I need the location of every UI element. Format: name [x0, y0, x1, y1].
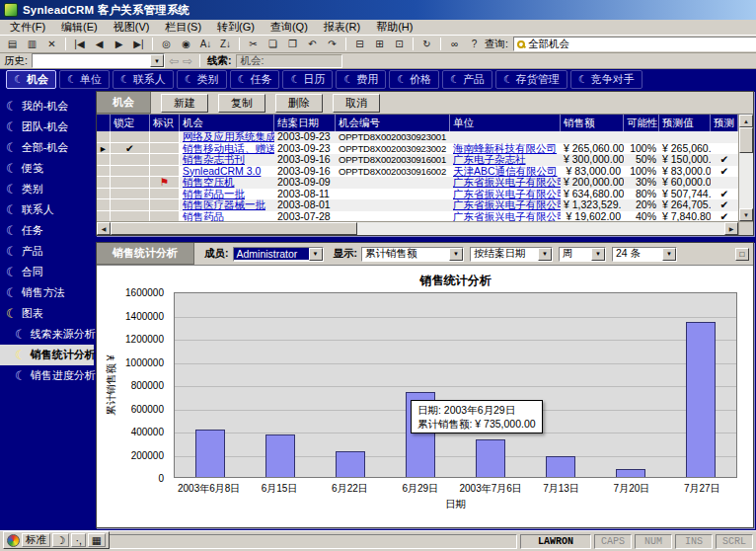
bar[interactable] — [616, 469, 645, 477]
new-button[interactable]: 新建 — [161, 94, 208, 113]
bar[interactable] — [476, 439, 505, 477]
cell-subject[interactable]: 销售杂志书刊 — [180, 154, 274, 166]
last-record-button[interactable]: ▶| — [129, 37, 148, 52]
tab-8[interactable]: ☾产品 — [442, 70, 492, 89]
column-header-9[interactable]: 预测值 — [659, 115, 711, 131]
sidebar-item-5[interactable]: ☾联系人 — [0, 199, 94, 220]
ime-punctuation-button[interactable]: ·, — [71, 533, 85, 547]
grid-horizontal-scrollbar[interactable]: ◀ ▶ — [97, 221, 753, 235]
sidebar-item-9[interactable]: ☾销售方法 — [0, 282, 94, 303]
bar[interactable] — [336, 451, 365, 477]
bar[interactable] — [265, 434, 295, 477]
help-pointer-button[interactable]: ? — [465, 37, 484, 52]
scroll-left-button[interactable]: ◀ — [97, 222, 111, 235]
cell-account[interactable]: 天津ABC通信有限公司 — [450, 166, 561, 178]
tab-10[interactable]: ☾竞争对手 — [570, 70, 643, 89]
tab-5[interactable]: ☾日历 — [282, 70, 333, 89]
cell-subject[interactable]: 销售移动电话、赠送 — [180, 143, 274, 155]
display-dropdown-button[interactable]: ▼ — [449, 248, 463, 261]
menu-item-1[interactable]: 编辑(E) — [53, 20, 106, 35]
menu-item-0[interactable]: 文件(F) — [2, 20, 53, 35]
tab-3[interactable]: ☾类别 — [177, 70, 227, 89]
horizontal-scroll-track[interactable] — [111, 222, 724, 235]
paste-button[interactable]: ❐ — [283, 37, 302, 52]
column-header-2[interactable]: 标识 — [150, 115, 180, 131]
sidebar-item-12[interactable]: ☾销售统计分析 — [0, 345, 94, 365]
delete-button[interactable]: 删除 — [275, 94, 323, 113]
bar[interactable] — [686, 322, 716, 477]
cancel-button[interactable]: 取消 — [333, 94, 380, 113]
history-back-button[interactable]: ⇦ — [169, 55, 179, 67]
export-button[interactable]: ⊞ — [370, 37, 389, 52]
sidebar-item-0[interactable]: ☾我的-机会 — [0, 96, 94, 117]
cell-subject[interactable]: 网络及应用系统集成 — [180, 131, 274, 143]
new-record-button[interactable]: ▤ — [3, 37, 22, 52]
column-header-10[interactable]: 预测 — [711, 115, 738, 131]
grid-row[interactable]: 销售杂志书刊2003-09-16OPPTD8X0020030916001广东电子… — [97, 154, 738, 166]
grid-row[interactable]: 销售药品2003-07-28广东省振兴电子有限公司¥ 19,602.0040%¥… — [97, 211, 738, 222]
tab-7[interactable]: ☾价格 — [389, 70, 439, 89]
groupby-dropdown-button[interactable]: ▼ — [538, 248, 552, 261]
scroll-down-button[interactable]: ▼ — [739, 208, 753, 221]
tab-2[interactable]: ☾联系人 — [113, 70, 174, 89]
ime-logo-icon[interactable] — [7, 534, 20, 547]
column-header-5[interactable]: 机会编号 — [336, 115, 450, 131]
count-combobox[interactable]: 24 条 ▼ — [612, 247, 677, 262]
ime-mode-button[interactable]: 标准 — [22, 533, 50, 547]
cell-subject[interactable]: 销售药品一批 — [180, 189, 274, 200]
find-button[interactable]: ∞ — [445, 37, 464, 52]
tab-9[interactable]: ☾存货管理 — [495, 70, 567, 89]
sidebar-item-3[interactable]: ☾便笺 — [0, 158, 94, 179]
member-dropdown-button[interactable]: ▼ — [309, 248, 323, 261]
grid-row[interactable]: 销售药品一批2003-08-11广东省振兴电子有限公司¥ 634,680.008… — [97, 189, 738, 200]
print-preview-button[interactable]: ⊡ — [390, 37, 409, 52]
cell-account[interactable]: 广东省振兴电子有限公司 — [450, 199, 561, 211]
ime-softkeyboard-button[interactable]: ▦ — [88, 533, 106, 547]
groupby-combobox[interactable]: 按结案日期 ▼ — [470, 247, 553, 262]
chart-maximize-button[interactable]: □ — [735, 248, 749, 261]
sort-asc-button[interactable]: A↓ — [196, 37, 215, 52]
column-header-8[interactable]: 可能性 — [624, 115, 659, 131]
tab-4[interactable]: ☾任务 — [230, 70, 280, 89]
history-dropdown-button[interactable]: ▼ — [150, 54, 164, 67]
display-combobox[interactable]: 累计销售额 ▼ — [361, 247, 464, 262]
vertical-scroll-track[interactable] — [739, 127, 753, 208]
history-combobox[interactable]: ▼ — [32, 53, 165, 68]
menu-item-2[interactable]: 视图(V) — [106, 20, 158, 35]
cell-subject[interactable]: 销售空压机 — [180, 177, 274, 189]
sidebar-item-6[interactable]: ☾任务 — [0, 220, 94, 241]
prev-record-button[interactable]: ◀ — [90, 37, 109, 52]
cell-account[interactable]: 海南蜂新科技有限公司 — [450, 143, 561, 155]
print-button[interactable]: ⊟ — [350, 37, 369, 52]
sidebar-item-13[interactable]: ☾销售进度分析 — [0, 365, 94, 386]
cell-account[interactable]: 广东省振兴电子有限公司 — [450, 177, 561, 189]
first-record-button[interactable]: |◀ — [70, 37, 89, 52]
menu-item-6[interactable]: 报表(R) — [316, 20, 368, 35]
sidebar-item-7[interactable]: ☾产品 — [0, 241, 94, 262]
zoom-button[interactable]: ◎ — [157, 37, 176, 52]
column-header-1[interactable]: 锁定 — [111, 115, 150, 131]
refresh-button[interactable]: ↻ — [417, 37, 436, 52]
sidebar-item-10[interactable]: ☾图表 — [0, 303, 94, 324]
tab-6[interactable]: ☾费用 — [336, 70, 386, 89]
history-forward-button[interactable]: ⇨ — [183, 55, 192, 67]
column-header-7[interactable]: 销售额 — [561, 115, 624, 131]
cell-account[interactable]: 广东电子杂志社 — [450, 154, 561, 166]
undo-button[interactable]: ↶ — [303, 37, 322, 52]
scroll-right-button[interactable]: ▶ — [724, 222, 738, 235]
count-dropdown-button[interactable]: ▼ — [662, 248, 676, 261]
sidebar-item-11[interactable]: ☾线索来源分析 — [0, 324, 94, 345]
edit-record-button[interactable]: ▥ — [23, 37, 41, 52]
column-header-6[interactable]: 单位 — [450, 115, 561, 131]
sidebar-item-1[interactable]: ☾团队-机会 — [0, 117, 94, 137]
sidebar-item-2[interactable]: ☾全部-机会 — [0, 137, 94, 158]
bar[interactable] — [546, 456, 575, 477]
sidebar-item-4[interactable]: ☾类别 — [0, 179, 94, 199]
menu-item-5[interactable]: 查询(Q) — [263, 20, 316, 35]
cut-button[interactable]: ✂ — [244, 37, 263, 52]
menu-item-7[interactable]: 帮助(H) — [368, 20, 420, 35]
tab-1[interactable]: ☾单位 — [59, 70, 110, 89]
column-header-0[interactable] — [97, 115, 111, 131]
cell-subject[interactable]: SynleadCRM 3.0 — [180, 166, 274, 178]
vertical-scroll-thumb[interactable] — [739, 127, 753, 153]
